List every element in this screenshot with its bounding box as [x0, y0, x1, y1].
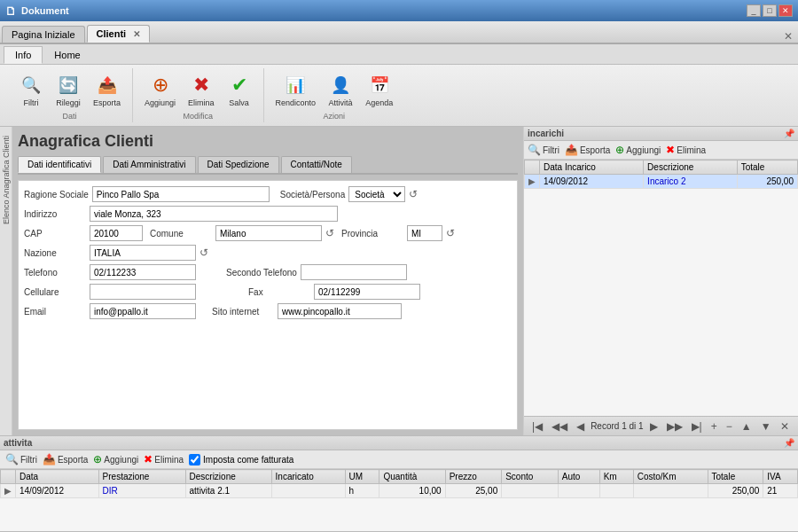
app-title: Dokument [21, 5, 69, 16]
attivita-toolbar: 🔍 Filtri 📤 Esporta ⊕ Aggiungi ✖ Elimina … [0, 450, 798, 469]
provincia-input[interactable] [407, 225, 442, 241]
indirizzo-input[interactable] [90, 206, 338, 222]
incarichi-record-label: Record 1 di 1 [591, 421, 643, 431]
incarichi-aggiungi-button[interactable]: ⊕ Aggiungi [615, 144, 661, 156]
nav-prev-page-button[interactable]: ◀◀ [549, 419, 570, 434]
attivita-prezzo: 25,00 [445, 484, 502, 498]
cap-input[interactable] [90, 225, 143, 241]
incarichi-filtri-button[interactable]: 🔍 Filtri [528, 144, 559, 156]
incarico-descrizione: Incarico 2 [644, 175, 738, 189]
email-input[interactable] [90, 303, 196, 319]
comune-refresh-icon[interactable]: ↺ [325, 227, 334, 239]
attivita-filtri-button[interactable]: 🔍 Filtri [5, 453, 37, 466]
nav-prev-button[interactable]: ◀ [574, 419, 587, 434]
nav-first-button[interactable]: |◀ [529, 419, 545, 434]
close-button[interactable]: ✕ [778, 4, 793, 17]
attivita-col-data[interactable]: Data [16, 470, 99, 484]
attivita-filtri-icon: 🔍 [5, 453, 19, 466]
attivita-col-auto[interactable]: Auto [558, 470, 599, 484]
imposta-fatturata-checkbox[interactable] [189, 454, 200, 466]
minimize-button[interactable]: _ [747, 4, 761, 17]
attivita-col-prezzo[interactable]: Prezzo [445, 470, 502, 484]
nav-last-button[interactable]: ▶| [689, 419, 705, 434]
nav-next-button[interactable]: ▶ [647, 419, 661, 434]
telefono-input[interactable] [90, 264, 196, 280]
attivita-col-sconto[interactable]: Sconto [502, 470, 559, 484]
incarichi-esporta-button[interactable]: 📤 Esporta [565, 144, 610, 156]
incarichi-elimina-button[interactable]: ✖ Elimina [666, 144, 706, 156]
nav-up-button[interactable]: ▲ [739, 419, 755, 434]
sub-tab-contatti-note[interactable]: Contatti/Note [281, 156, 352, 173]
table-row[interactable]: ▶ 14/09/2012 DIR attivita 2.1 h 10,00 25… [1, 484, 798, 498]
ribbon-tab-home[interactable]: Home [43, 46, 91, 64]
col-header-totale[interactable]: Totale [737, 160, 797, 175]
nazione-refresh-icon[interactable]: ↺ [200, 246, 208, 259]
attivita-data: 14/09/2012 [16, 484, 99, 498]
nav-down-button[interactable]: ▼ [758, 419, 774, 434]
agenda-button[interactable]: 📅 Agenda [361, 70, 397, 110]
rileggi-button[interactable]: 🔄 Rileggi [51, 70, 85, 110]
refresh-icon: 🔄 [56, 73, 81, 98]
col-header-descrizione[interactable]: Descrizione [644, 160, 738, 175]
attivita-col-costo-km[interactable]: Costo/Km [633, 470, 708, 484]
ribbon-tab-info[interactable]: Info [4, 46, 43, 64]
cellulare-input[interactable] [90, 284, 196, 300]
tab-clienti-close[interactable]: ✕ [133, 29, 140, 39]
attivita-pin-icon[interactable]: 📌 [784, 438, 794, 448]
attivita-row-marker: ▶ [1, 484, 16, 498]
secondo-telefono-input[interactable] [301, 264, 407, 280]
attivita-col-quantita[interactable]: Quantità [379, 470, 445, 484]
fax-input[interactable] [314, 284, 420, 300]
attivita-elimina-button[interactable]: ✖ Elimina [144, 453, 184, 466]
sub-tab-dati-identificativi[interactable]: Dati identificativi [18, 156, 101, 173]
provincia-refresh-icon[interactable]: ↺ [446, 227, 455, 239]
attivita-col-incaricato[interactable]: Incaricato [271, 470, 345, 484]
attivita-aggiungi-button[interactable]: ⊕ Aggiungi [93, 453, 138, 466]
nav-add-button[interactable]: + [708, 419, 720, 434]
attivita-col-totale[interactable]: Totale [708, 470, 763, 484]
attivita-col-descrizione[interactable]: Descrizione [185, 470, 271, 484]
esporta-button[interactable]: 📤 Esporta [89, 70, 125, 110]
nazione-input[interactable] [90, 245, 196, 261]
elimina-button[interactable]: ✖ Elimina [184, 70, 219, 110]
tab-pagina-iniziale[interactable]: Pagina Iniziale [2, 26, 85, 43]
cellulare-label: Cellulare [24, 287, 86, 297]
table-row[interactable]: ▶ 14/09/2012 Incarico 2 250,00 [525, 175, 798, 189]
aggiungi-button[interactable]: ⊕ Aggiungi [140, 70, 180, 110]
sub-tab-dati-amministrativi[interactable]: Dati Amministrativi [103, 156, 195, 173]
row-marker: ▶ [525, 175, 540, 189]
ribbon-group-modifica: ⊕ Aggiungi ✖ Elimina ✔ Salva Modifica [133, 68, 264, 122]
attivita-esporta-button[interactable]: 📤 Esporta [43, 453, 88, 466]
sub-tab-dati-spedizione[interactable]: Dati Spedizione [198, 156, 279, 173]
tab-clienti[interactable]: Clienti ✕ [87, 25, 151, 43]
pin-icon[interactable]: 📌 [784, 129, 794, 138]
attivita-sconto [502, 484, 559, 498]
maximize-button[interactable]: □ [763, 4, 777, 17]
ribbon-azioni-buttons: 📊 Rendiconto 👤 Attività 📅 Agenda [271, 70, 398, 110]
societa-persona-select[interactable]: Società Persona [348, 186, 405, 202]
nav-next-page-button[interactable]: ▶▶ [664, 419, 685, 434]
attivita-col-iva[interactable]: IVA [763, 470, 798, 484]
telefono-row: Telefono Secondo Telefono [24, 264, 512, 280]
societa-persona-refresh-icon[interactable]: ↺ [409, 188, 418, 200]
attivita-grid: Data Prestazione Descrizione Incaricato … [0, 469, 798, 531]
tab-bar-close[interactable]: ✕ [780, 30, 796, 43]
attivita-col-um[interactable]: UM [345, 470, 379, 484]
attivita-col-prestazione[interactable]: Prestazione [98, 470, 185, 484]
comune-input[interactable] [215, 225, 322, 241]
rendiconto-button[interactable]: 📊 Rendiconto [271, 70, 321, 110]
salva-button[interactable]: ✔ Salva [223, 70, 256, 110]
nav-refresh-button[interactable]: ✕ [778, 419, 792, 434]
attivita-col-km[interactable]: Km [599, 470, 633, 484]
ragione-sociale-input[interactable] [92, 186, 270, 202]
imposta-fatturata-checkbox-label[interactable]: Imposta come fatturata [189, 454, 293, 466]
ribbon-modifica-buttons: ⊕ Aggiungi ✖ Elimina ✔ Salva [140, 70, 256, 110]
attivita-ribbon-button[interactable]: 👤 Attività [324, 70, 357, 110]
filtri-button[interactable]: 🔍 Filtri [14, 70, 48, 110]
societa-persona-label: Società/Persona [280, 190, 345, 200]
sito-internet-input[interactable] [278, 303, 402, 319]
nav-delete-button[interactable]: − [724, 419, 735, 434]
cap-label: CAP [24, 229, 86, 239]
ribbon-group-dati: 🔍 Filtri 🔄 Rileggi 📤 Esporta Dati [7, 68, 133, 122]
col-header-data-incarico[interactable]: Data Incarico [540, 160, 644, 175]
